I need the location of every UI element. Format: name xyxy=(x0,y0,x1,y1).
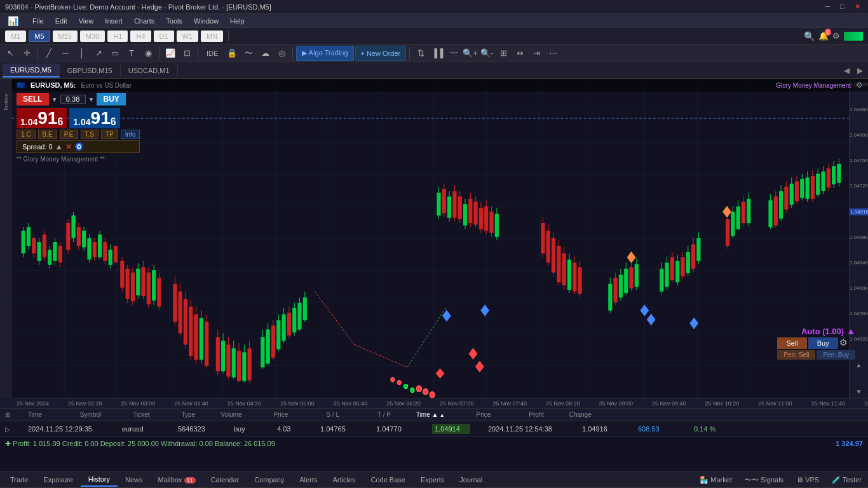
tab-calendar[interactable]: Calendar xyxy=(203,473,247,486)
col-volume[interactable]: Volume xyxy=(220,411,241,418)
col-profit[interactable]: Profit xyxy=(529,411,543,418)
tab-next[interactable]: ▶ xyxy=(855,65,865,76)
search-icon[interactable]: 🔍 xyxy=(804,31,815,41)
notification-icon[interactable]: 🔔 1 xyxy=(818,31,829,41)
crosshair-tool[interactable]: ✛ xyxy=(19,46,34,61)
menu-insert[interactable]: Insert xyxy=(100,16,128,26)
line-tool[interactable]: ╱ xyxy=(41,46,57,61)
tf-h4[interactable]: H4 xyxy=(130,30,151,42)
minimize-btn[interactable]: ─ xyxy=(823,3,833,11)
row-expand[interactable]: ▷ xyxy=(5,426,15,433)
menu-edit[interactable]: Edit xyxy=(50,16,72,26)
spread-input[interactable] xyxy=(60,95,86,104)
tf-d1[interactable]: D1 xyxy=(154,30,174,42)
menu-file[interactable]: File xyxy=(27,16,49,26)
tab-journal[interactable]: Journal xyxy=(452,473,490,486)
hline-tool[interactable]: ─ xyxy=(58,46,73,61)
buy-dropdown[interactable]: ▼ xyxy=(88,96,95,103)
tab-trade[interactable]: Trade xyxy=(3,473,36,486)
zoom-in[interactable]: 🔍+ xyxy=(463,46,478,61)
tab-codebase[interactable]: Code Base xyxy=(363,473,412,486)
ide-btn[interactable]: IDE xyxy=(201,46,223,61)
arrow-tool[interactable]: ↗ xyxy=(91,46,106,61)
chart-settings-icon[interactable]: ⚙ xyxy=(856,81,863,90)
col-type[interactable]: Type xyxy=(182,411,196,418)
cloud-icon[interactable]: ☁ xyxy=(257,46,273,61)
auto-buy-btn[interactable]: Buy xyxy=(808,337,838,349)
col-sl[interactable]: S / L xyxy=(326,411,339,418)
tab-alerts[interactable]: Alerts xyxy=(292,473,325,486)
col-open-time[interactable]: Time xyxy=(28,411,42,418)
col-change[interactable]: Change xyxy=(569,411,592,418)
tab-mailbox[interactable]: Mailbox 11 xyxy=(151,473,203,486)
col-symbol[interactable]: Symbol xyxy=(80,411,101,418)
ind-1c[interactable]: 1.C xyxy=(17,130,36,139)
tf-m15[interactable]: M15 xyxy=(53,30,78,42)
ind-ts[interactable]: T.S xyxy=(81,130,98,139)
col-price[interactable]: Price xyxy=(274,411,288,418)
ind-pe[interactable]: P.E xyxy=(60,130,78,139)
tab-articles[interactable]: Articles xyxy=(325,473,363,486)
col-tp[interactable]: T / P xyxy=(377,411,391,418)
tab-history[interactable]: History xyxy=(81,473,118,487)
chart-tab-gbpusd-m15[interactable]: GBPUSD,M15 xyxy=(60,64,121,77)
col-close-price[interactable]: Price xyxy=(477,411,491,418)
service-tester[interactable]: 🧪 Tester xyxy=(828,475,865,485)
maximize-btn[interactable]: □ xyxy=(837,3,847,11)
sell-dropdown[interactable]: ▼ xyxy=(51,96,58,103)
tf-w1[interactable]: W1 xyxy=(177,30,199,42)
wave-icon[interactable]: 〜 xyxy=(241,46,256,61)
price-scroll-up[interactable]: ▲ xyxy=(850,362,868,369)
ind-tp[interactable]: TP xyxy=(101,130,118,139)
menu-tools[interactable]: Tools xyxy=(161,16,187,26)
tf-m1[interactable]: M1 xyxy=(5,30,26,42)
service-signals[interactable]: 〜〜 Signals xyxy=(741,474,787,486)
auto-settings-icon[interactable]: ⚙ xyxy=(839,337,848,349)
vline-tool[interactable]: │ xyxy=(74,46,90,61)
close-btn[interactable]: ✕ xyxy=(852,3,863,11)
cursor-tool[interactable]: ↖ xyxy=(3,46,18,61)
shapes-tool[interactable]: ◉ xyxy=(140,46,156,61)
tf-m5[interactable]: M5 xyxy=(29,30,50,42)
spread-settings-icon[interactable]: 🧿 xyxy=(74,142,84,151)
chart-type1[interactable]: ▐▐ xyxy=(430,46,445,61)
menu-help[interactable]: Help xyxy=(225,16,250,26)
buy-button[interactable]: BUY xyxy=(97,93,125,105)
tab-news[interactable]: News xyxy=(118,473,151,486)
menu-view[interactable]: View xyxy=(74,16,99,26)
chart-tab-usdcad-m1[interactable]: USDCAD,M1 xyxy=(121,64,178,77)
algo-trading-btn[interactable]: ▶ Algo Trading xyxy=(296,46,353,61)
tab-experts[interactable]: Experts xyxy=(413,473,452,486)
target-icon[interactable]: ◎ xyxy=(274,46,289,61)
sell-button[interactable]: SELL xyxy=(17,93,49,105)
more-icon[interactable]: ⋯ xyxy=(545,46,560,61)
service-vps[interactable]: 🖥 VPS xyxy=(792,475,823,485)
tab-exposure[interactable]: Exposure xyxy=(36,473,80,486)
chart-tool[interactable]: 📈 xyxy=(163,46,178,61)
orders-icon[interactable]: ⇅ xyxy=(413,46,428,61)
price-scroll-down[interactable]: ▼ xyxy=(850,388,868,395)
text-tool[interactable]: T xyxy=(124,46,139,61)
tf-h1[interactable]: H1 xyxy=(107,30,128,42)
settings-icon[interactable]: ⚙ xyxy=(832,31,840,41)
service-market[interactable]: 🏪 Market xyxy=(696,475,736,485)
menu-window[interactable]: Window xyxy=(189,16,224,26)
auto-sell-btn[interactable]: Sell xyxy=(777,337,806,349)
zoom-out[interactable]: 🔍- xyxy=(479,46,494,61)
col-close-time[interactable]: Time ▲ xyxy=(416,411,445,418)
ind-be[interactable]: B.E xyxy=(38,130,57,139)
period-tool[interactable]: ⊡ xyxy=(179,46,194,61)
tf-mn[interactable]: MN xyxy=(201,30,223,42)
scroll-icon[interactable]: ⇔ xyxy=(512,46,527,61)
chart-tab-eurusd-m5[interactable]: EURUSD,M5 xyxy=(3,64,60,78)
autoscroll-icon[interactable]: ⇥ xyxy=(529,46,544,61)
rect-tool[interactable]: ▭ xyxy=(107,46,123,61)
lock-icon[interactable]: 🔒 xyxy=(224,46,240,61)
tab-prev[interactable]: ◀ xyxy=(841,65,852,76)
pen-sell-btn[interactable]: Pen. Sell xyxy=(777,350,815,360)
grid-icon[interactable]: ⊞ xyxy=(496,46,511,61)
spread-up-icon[interactable]: ▲ xyxy=(55,142,63,151)
col-ticket[interactable]: Ticket xyxy=(133,411,149,418)
ind-info[interactable]: Info xyxy=(121,130,140,139)
chart-type2[interactable]: 〰 xyxy=(446,46,461,61)
